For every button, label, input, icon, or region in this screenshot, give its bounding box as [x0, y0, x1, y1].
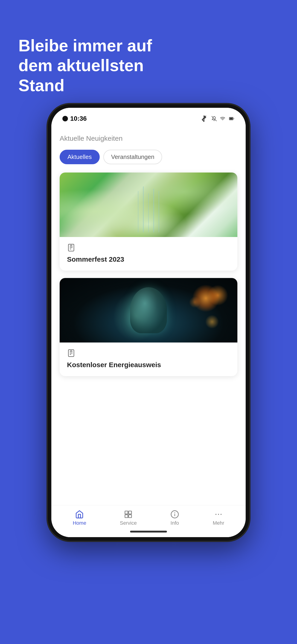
- svg-rect-13: [129, 511, 132, 514]
- mute-icon: [212, 116, 217, 121]
- battery-icon: [228, 116, 234, 121]
- svg-rect-15: [129, 515, 132, 518]
- card-body-energie: Kostenloser Energieausweis: [60, 342, 237, 376]
- wifi-icon: [220, 116, 226, 121]
- news-card-sommerfest[interactable]: Sommerfest 2023: [60, 172, 237, 271]
- info-icon: [170, 510, 179, 519]
- clock-time: 10:36: [70, 115, 87, 122]
- tab-aktuelles[interactable]: Aktuelles: [60, 150, 100, 164]
- home-indicator: [51, 528, 246, 537]
- service-icon: [124, 510, 132, 519]
- svg-rect-14: [125, 515, 128, 518]
- home-icon: [75, 510, 84, 519]
- app-content: Aktuelle Neuigkeiten Aktuelles Veranstal…: [51, 125, 246, 505]
- nav-item-home[interactable]: Home: [73, 510, 86, 526]
- phone-screen: 10:36: [51, 108, 246, 537]
- hero-text: Bleibe immer auf dem aktuellsten Stand: [18, 36, 175, 95]
- nav-label-mehr: Mehr: [213, 520, 224, 526]
- card-body-sommerfest: Sommerfest 2023: [60, 237, 237, 271]
- svg-point-20: [218, 514, 219, 515]
- card-title-energie: Kostenloser Energieausweis: [67, 361, 230, 369]
- news-card-energie[interactable]: Kostenloser Energieausweis: [60, 278, 237, 376]
- phone-shell: 10:36: [47, 104, 250, 541]
- status-bar: 10:36: [51, 108, 246, 125]
- filter-tabs: Aktuelles Veranstaltungen: [60, 150, 237, 164]
- card-title-sommerfest: Sommerfest 2023: [67, 256, 230, 263]
- card-image-energie: [60, 278, 237, 342]
- status-time-area: 10:36: [62, 115, 87, 122]
- tab-veranstaltungen[interactable]: Veranstaltungen: [103, 150, 162, 164]
- bottom-nav: Home Service: [51, 505, 246, 528]
- svg-rect-1: [230, 118, 233, 119]
- nav-item-info[interactable]: Info: [170, 510, 179, 526]
- status-icons: [200, 114, 234, 123]
- nav-label-service: Service: [120, 520, 137, 526]
- camera-dot: [62, 116, 68, 122]
- svg-point-21: [220, 514, 222, 515]
- document-icon-energie: [67, 349, 75, 357]
- svg-point-19: [215, 514, 216, 515]
- nav-label-info: Info: [170, 520, 179, 526]
- nav-item-service[interactable]: Service: [120, 510, 137, 526]
- card-image-sommerfest: [60, 172, 237, 237]
- bluetooth-icon: [200, 114, 208, 123]
- section-title: Aktuelle Neuigkeiten: [60, 134, 237, 142]
- nav-label-home: Home: [73, 520, 86, 526]
- phone-mockup: 10:36: [47, 104, 250, 541]
- mehr-icon: [214, 510, 223, 519]
- svg-rect-12: [125, 511, 128, 514]
- home-bar: [130, 531, 167, 532]
- document-icon-sommerfest: [67, 244, 75, 252]
- nav-item-mehr[interactable]: Mehr: [213, 510, 224, 526]
